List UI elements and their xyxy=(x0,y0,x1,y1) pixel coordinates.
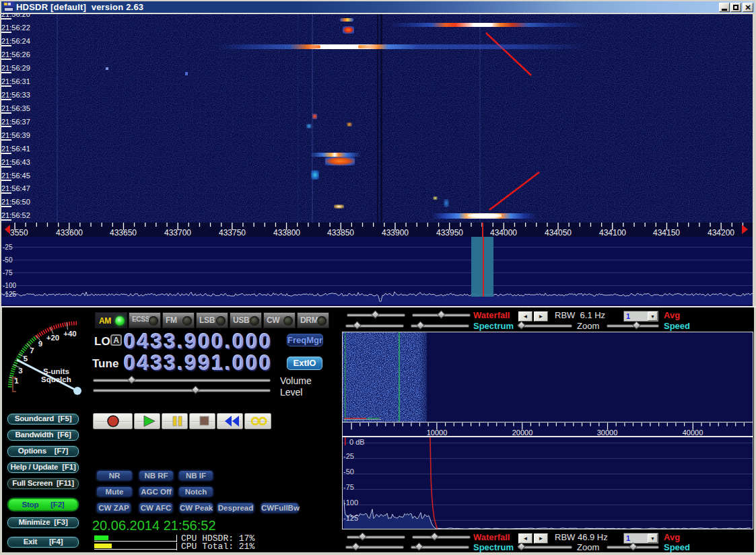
svg-text:9: 9 xyxy=(38,340,42,348)
svg-text:+40: +40 xyxy=(63,330,77,338)
svg-text:5: 5 xyxy=(24,355,28,363)
svg-text:3: 3 xyxy=(18,367,22,375)
svg-text:7: 7 xyxy=(30,346,34,355)
svg-text:+20: +20 xyxy=(46,334,60,342)
